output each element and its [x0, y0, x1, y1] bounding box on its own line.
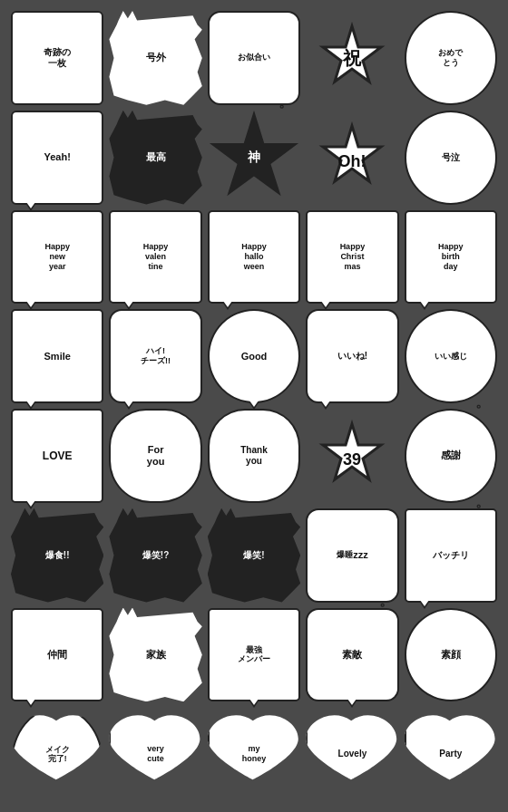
bubble-29[interactable]: 爆睡zzz。	[306, 508, 398, 603]
bubble-2[interactable]: 号外	[109, 11, 201, 105]
svg-text:祝: 祝	[342, 48, 362, 68]
bubble-34[interactable]: 素敵	[306, 608, 398, 702]
bubble-23[interactable]: Thankyou	[208, 409, 300, 503]
bubble-3[interactable]: お似合い。	[208, 11, 300, 105]
bubble-24[interactable]: 39	[306, 409, 398, 503]
bubble-9[interactable]: Oh!	[306, 111, 398, 205]
bubble-20[interactable]: いい感じ。	[405, 309, 497, 403]
bubble-30[interactable]: バッチリ	[405, 508, 497, 603]
bubble-18[interactable]: Good	[208, 309, 300, 403]
bubble-5[interactable]: おめでとう	[405, 11, 497, 105]
bubble-31[interactable]: 仲間	[11, 608, 103, 702]
bubble-19[interactable]: いいね!	[306, 309, 398, 403]
bubble-15[interactable]: Happybirthday	[405, 210, 497, 304]
bubble-12[interactable]: Happyvalentine	[109, 210, 201, 304]
bubble-6[interactable]: Yeah!	[11, 111, 103, 205]
bubble-10[interactable]: 号泣	[405, 111, 497, 205]
bubble-32[interactable]: 家族	[109, 608, 201, 702]
svg-text:39: 39	[343, 450, 361, 469]
bubble-21[interactable]: LOVE	[11, 409, 103, 503]
bubble-4[interactable]: 祝	[306, 11, 398, 105]
bubble-35[interactable]: 素顔	[405, 608, 497, 702]
bubble-13[interactable]: Happyhalloween	[208, 210, 300, 304]
bubble-37[interactable]: verycute	[109, 707, 201, 801]
bubble-36[interactable]: メイク完了!	[11, 707, 103, 801]
bubble-22[interactable]: Foryou	[109, 409, 201, 503]
bubble-33[interactable]: 最強メンバー	[208, 608, 300, 702]
bubble-28[interactable]: 爆笑!	[208, 508, 300, 603]
bubble-40[interactable]: Party	[405, 707, 497, 801]
bubble-1[interactable]: 奇跡の一枚	[11, 11, 103, 105]
bubble-38[interactable]: myhoney	[208, 707, 300, 801]
bubble-16[interactable]: Smile。	[11, 309, 103, 403]
bubble-8[interactable]: 神	[208, 111, 300, 205]
bubble-11[interactable]: Happynewyear	[11, 210, 103, 304]
bubble-25[interactable]: 感謝。	[405, 409, 497, 503]
bubble-14[interactable]: HappyChristmas	[306, 210, 398, 304]
bubble-27[interactable]: 爆笑!?	[109, 508, 201, 603]
bubble-17[interactable]: ハイ!チーズ!!	[109, 309, 201, 403]
bubble-26[interactable]: 爆食!!	[11, 508, 103, 603]
bubble-7[interactable]: 最高	[109, 111, 201, 205]
svg-text:Oh!: Oh!	[338, 152, 366, 170]
bubble-39[interactable]: Lovely	[306, 707, 398, 801]
emoji-grid: 奇跡の一枚 号外 お似合い。 祝 おめでとう Yeah! 最高 神 Oh! 号泣…	[0, 0, 508, 812]
